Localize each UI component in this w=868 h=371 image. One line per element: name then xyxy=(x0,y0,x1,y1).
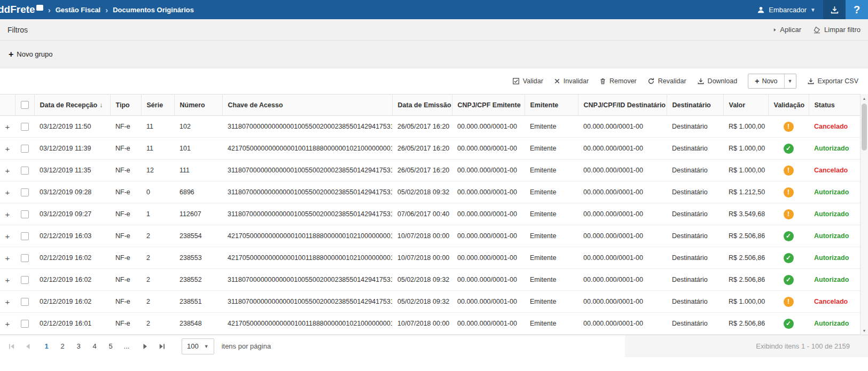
cell-emitente: Emitente xyxy=(525,291,578,313)
cell-data-recepcao: 02/12/2019 16:02 xyxy=(34,247,110,269)
page-button-more[interactable]: ... xyxy=(120,340,134,353)
column-header-destinatario[interactable]: Destinatário xyxy=(667,94,723,116)
page-button-3[interactable]: 3 xyxy=(72,340,85,353)
user-menu-button[interactable]: Embarcador ▼ xyxy=(749,0,823,19)
row-checkbox[interactable] xyxy=(21,298,29,306)
cell-data-emissao: 07/06/2017 00:40 xyxy=(392,203,452,225)
validation-status-icon[interactable]: ✓ xyxy=(784,319,794,329)
cell-valor: R$ 2.506,86 xyxy=(723,313,768,335)
download-button[interactable]: Download xyxy=(697,77,738,85)
row-checkbox[interactable] xyxy=(21,232,29,240)
expand-row-icon[interactable]: + xyxy=(0,247,15,269)
cell-valor: R$ 2.506,86 xyxy=(723,247,768,269)
validation-status-icon[interactable]: ! xyxy=(784,209,794,219)
cell-status: Autorizado xyxy=(809,225,860,247)
expand-row-icon[interactable]: + xyxy=(0,269,15,291)
column-header-serie[interactable]: Série xyxy=(141,94,174,116)
download-label: Download xyxy=(708,77,738,85)
column-header-data-emissao[interactable]: Data de Emissão xyxy=(392,94,452,116)
previous-page-button[interactable] xyxy=(20,339,35,354)
validation-status-icon[interactable]: ! xyxy=(784,165,794,176)
new-button[interactable]: + Novo xyxy=(748,74,784,88)
row-checkbox[interactable] xyxy=(21,276,29,284)
column-header-tipo[interactable]: Tipo xyxy=(110,94,141,116)
cell-numero: 101 xyxy=(174,138,222,160)
last-page-button[interactable] xyxy=(154,339,169,354)
expand-row-icon[interactable]: + xyxy=(0,181,15,203)
remove-button[interactable]: Remover xyxy=(599,77,637,85)
expand-row-icon[interactable]: + xyxy=(0,138,15,160)
cell-tipo: NF-e xyxy=(110,160,141,181)
cell-cnpj-destinatario: 00.000.000/0001-00 xyxy=(578,247,667,269)
validation-status-icon[interactable]: ! xyxy=(784,297,794,307)
expand-column-header xyxy=(0,94,15,116)
revalidate-button[interactable]: Revalidar xyxy=(647,77,686,85)
invalidate-button[interactable]: Invalidar xyxy=(554,77,589,85)
column-header-cnpj-emitente[interactable]: CNPJ/CPF Emitente xyxy=(452,94,525,116)
column-header-valor[interactable]: Valor xyxy=(723,94,768,116)
column-header-data-recepcao[interactable]: Data de Recepção↓ xyxy=(34,94,110,116)
cell-cnpj-destinatario: 00.000.000/0001-00 xyxy=(578,181,667,203)
breadcrumb-gestao-fiscal[interactable]: Gestão Fiscal xyxy=(56,6,101,14)
cell-emitente: Emitente xyxy=(525,116,578,138)
expand-row-icon[interactable]: + xyxy=(0,203,15,225)
scrollbar-thumb[interactable] xyxy=(862,104,867,151)
apply-arrow-icon xyxy=(769,26,777,34)
row-checkbox[interactable] xyxy=(21,167,29,175)
page-size-select[interactable]: 100 ▼ xyxy=(182,338,214,354)
cell-tipo: NF-e xyxy=(110,138,141,160)
first-page-button[interactable] xyxy=(4,339,19,354)
cell-data-emissao: 10/07/2018 00:00 xyxy=(392,247,452,269)
validate-button[interactable]: Validar xyxy=(512,77,543,85)
row-checkbox[interactable] xyxy=(21,123,29,131)
validation-status-icon[interactable]: ! xyxy=(784,122,794,132)
page-button-2[interactable]: 2 xyxy=(56,340,69,353)
row-checkbox[interactable] xyxy=(21,254,29,262)
column-header-numero[interactable]: Número xyxy=(174,94,222,116)
cell-cnpj-emitente: 00.000.000/0001-00 xyxy=(452,313,525,335)
export-csv-button[interactable]: Exportar CSV xyxy=(807,77,858,85)
validation-status-icon[interactable]: ! xyxy=(784,187,794,198)
brand-logo[interactable]: ddFrete xyxy=(0,4,43,15)
validation-status-icon[interactable]: ✓ xyxy=(784,231,794,241)
cell-data-recepcao: 02/12/2019 16:02 xyxy=(34,269,110,291)
vertical-scrollbar[interactable]: ▲ ▼ xyxy=(860,94,868,335)
expand-row-icon[interactable]: + xyxy=(0,160,15,181)
cell-serie: 11 xyxy=(141,138,174,160)
apply-filter-button[interactable]: Aplicar xyxy=(769,26,801,34)
expand-row-icon[interactable]: + xyxy=(0,291,15,313)
column-header-chave-acesso[interactable]: Chave de Acesso xyxy=(222,94,392,116)
scroll-up-icon[interactable]: ▲ xyxy=(861,94,868,102)
page-button-5[interactable]: 5 xyxy=(104,340,118,353)
column-header-validacao[interactable]: Validação xyxy=(768,94,809,116)
clear-filter-button[interactable]: Limpar filtro xyxy=(813,26,861,34)
cell-valor: R$ 1.000,00 xyxy=(723,291,768,313)
page-button-4[interactable]: 4 xyxy=(88,340,101,353)
new-group-button[interactable]: + Novo grupo xyxy=(9,50,53,59)
validation-status-icon[interactable]: ✓ xyxy=(784,144,794,154)
help-button[interactable]: ? xyxy=(846,0,868,19)
header-download-button[interactable] xyxy=(823,0,846,19)
validation-status-icon[interactable]: ✓ xyxy=(784,253,794,263)
cell-destinatario: Destinatário xyxy=(667,247,723,269)
row-checkbox[interactable] xyxy=(21,145,29,153)
scroll-down-icon[interactable]: ▼ xyxy=(861,326,868,335)
items-per-page-label: itens por página xyxy=(222,342,271,350)
row-checkbox[interactable] xyxy=(21,210,29,218)
expand-row-icon[interactable]: + xyxy=(0,116,15,138)
expand-row-icon[interactable]: + xyxy=(0,313,15,335)
column-header-cnpj-destinatario[interactable]: CNPJ/CPF/ID Destinatário xyxy=(578,94,667,116)
column-header-status[interactable]: Status xyxy=(809,94,860,116)
new-dropdown-arrow[interactable]: ▼ xyxy=(784,74,796,88)
row-checkbox[interactable] xyxy=(21,188,29,196)
select-all-checkbox[interactable] xyxy=(21,101,29,109)
validation-status-icon[interactable]: ✓ xyxy=(784,275,794,285)
row-checkbox[interactable] xyxy=(21,320,29,328)
column-header-emitente[interactable]: Emitente xyxy=(525,94,578,116)
cell-cnpj-destinatario: 00.000.000/0001-00 xyxy=(578,203,667,225)
cell-emitente: Emitente xyxy=(525,160,578,181)
next-page-button[interactable] xyxy=(138,339,153,354)
expand-row-icon[interactable]: + xyxy=(0,225,15,247)
new-split-button: + Novo ▼ xyxy=(748,74,796,89)
page-button-1[interactable]: 1 xyxy=(40,340,53,353)
